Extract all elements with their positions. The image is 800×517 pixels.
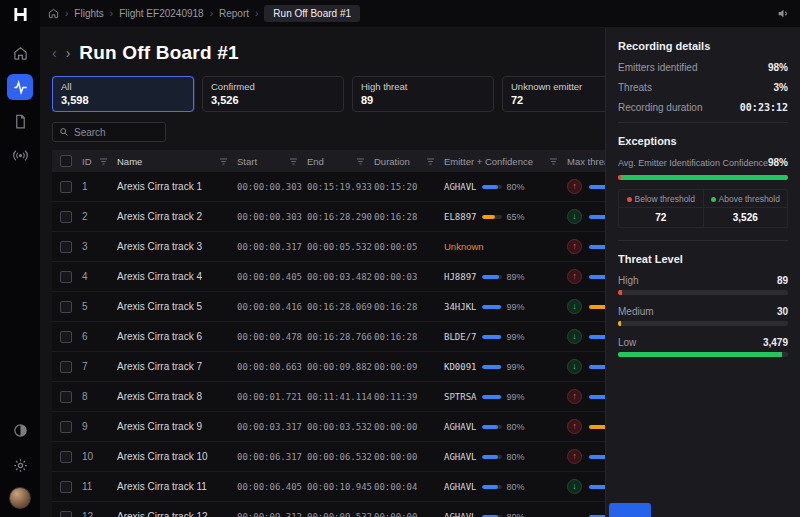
row-id: 12 bbox=[82, 511, 117, 517]
sidebar bbox=[0, 0, 40, 517]
row-checkbox[interactable] bbox=[60, 451, 72, 463]
stat-label: Emitters identified bbox=[618, 62, 697, 73]
table-row[interactable]: 4Arexis Cirra track 400:00:00.40500:00:0… bbox=[52, 262, 605, 292]
panel-action-button[interactable] bbox=[609, 503, 651, 517]
filter-card-confirmed[interactable]: Confirmed 3,526 bbox=[202, 76, 344, 112]
sidebar-item-documents[interactable] bbox=[7, 108, 33, 134]
confidence-value: 80% bbox=[507, 182, 525, 192]
row-emitter-confidence: AGHAVL80% bbox=[444, 512, 567, 517]
confidence-value: 65% bbox=[507, 212, 525, 222]
row-checkbox[interactable] bbox=[60, 271, 72, 283]
max-threat-bar bbox=[589, 455, 605, 459]
row-start: 00:00:00.303 bbox=[237, 212, 307, 222]
nav-forward-button[interactable]: › bbox=[66, 46, 71, 60]
contrast-icon bbox=[13, 423, 28, 438]
settings-button[interactable] bbox=[7, 452, 33, 478]
nav-back-button[interactable]: ‹ bbox=[52, 46, 57, 60]
search-input[interactable] bbox=[74, 127, 154, 138]
theme-toggle[interactable] bbox=[7, 417, 33, 443]
column-header-duration[interactable]: Duration bbox=[374, 156, 444, 167]
row-checkbox[interactable] bbox=[60, 331, 72, 343]
breadcrumb-item[interactable]: Flights bbox=[74, 8, 103, 19]
table-row[interactable]: 3Arexis Cirra track 300:00:00.31700:00:0… bbox=[52, 232, 605, 262]
column-header-max-threat[interactable]: Max threat + bbox=[567, 156, 605, 167]
sidebar-item-home[interactable] bbox=[7, 40, 33, 66]
column-header-emitter[interactable]: Emitter + Confidence bbox=[444, 156, 567, 167]
app-logo[interactable] bbox=[0, 0, 40, 28]
row-start: 00:00:00.663 bbox=[237, 362, 307, 372]
filter-icon[interactable] bbox=[356, 157, 365, 166]
table-row[interactable]: 11Arexis Cirra track 1100:00:06.40500:00… bbox=[52, 472, 605, 502]
table-row[interactable]: 5Arexis Cirra track 500:00:00.41600:16:2… bbox=[52, 292, 605, 322]
row-checkbox[interactable] bbox=[60, 181, 72, 193]
row-checkbox[interactable] bbox=[60, 511, 72, 517]
column-header-end[interactable]: End bbox=[307, 156, 374, 167]
filter-icon[interactable] bbox=[549, 157, 558, 166]
table-row[interactable]: 6Arexis Cirra track 600:00:00.47800:16:2… bbox=[52, 322, 605, 352]
emitter-code: 34HJKL bbox=[444, 302, 477, 312]
threat-value: 3,479 bbox=[763, 337, 788, 348]
table-row[interactable]: 9Arexis Cirra track 900:00:03.31700:00:0… bbox=[52, 412, 605, 442]
row-checkbox[interactable] bbox=[60, 421, 72, 433]
row-duration: 00:00:04 bbox=[374, 482, 444, 492]
row-max-threat: ↑ bbox=[567, 239, 605, 254]
filter-icon[interactable] bbox=[219, 157, 228, 166]
breadcrumb-item[interactable]: Flight EF20240918 bbox=[119, 8, 204, 19]
sidebar-item-signals[interactable] bbox=[7, 74, 33, 100]
max-threat-bar bbox=[589, 335, 605, 339]
column-header-id[interactable]: ID bbox=[82, 156, 117, 167]
threat-bar-high bbox=[618, 290, 622, 295]
row-checkbox[interactable] bbox=[60, 241, 72, 253]
volume-icon[interactable] bbox=[777, 7, 790, 20]
sidebar-item-broadcast[interactable] bbox=[7, 142, 33, 168]
panel-divider bbox=[618, 122, 788, 123]
filter-label: All bbox=[61, 81, 185, 92]
user-avatar[interactable] bbox=[9, 487, 31, 509]
max-threat-bar bbox=[589, 245, 605, 249]
table-row[interactable]: 8Arexis Cirra track 800:00:01.72100:11:4… bbox=[52, 382, 605, 412]
row-checkbox[interactable] bbox=[60, 361, 72, 373]
breadcrumb-item[interactable]: Report bbox=[219, 8, 249, 19]
filter-icon[interactable] bbox=[99, 157, 108, 166]
red-dot-icon bbox=[627, 197, 632, 202]
breadcrumb-home-icon[interactable] bbox=[48, 8, 59, 19]
filter-icon[interactable] bbox=[426, 157, 435, 166]
max-threat-bar bbox=[589, 185, 605, 189]
filter-icon[interactable] bbox=[289, 157, 298, 166]
row-checkbox[interactable] bbox=[60, 481, 72, 493]
breadcrumb-separator: › bbox=[65, 8, 68, 19]
row-checkbox[interactable] bbox=[60, 391, 72, 403]
table-row[interactable]: 10Arexis Cirra track 1000:00:06.31700:00… bbox=[52, 442, 605, 472]
confidence-bar bbox=[482, 335, 502, 339]
emitter-code: AGHAVL bbox=[444, 482, 477, 492]
max-threat-bar bbox=[589, 215, 605, 219]
row-duration: 00:11:39 bbox=[374, 392, 444, 402]
tab-run-off-board[interactable]: Run Off Board #1 bbox=[264, 5, 360, 22]
table-row[interactable]: 1Arexis Cirra track 100:00:00.30300:15:1… bbox=[52, 172, 605, 202]
table-row[interactable]: 12Arexis Cirra track 1200:00:09.31200:00… bbox=[52, 502, 605, 517]
filter-card-all[interactable]: All 3,598 bbox=[52, 76, 194, 112]
column-header-start[interactable]: Start bbox=[237, 156, 307, 167]
row-name: Arexis Cirra track 8 bbox=[117, 391, 237, 402]
select-all-checkbox[interactable] bbox=[60, 155, 72, 167]
filter-card-high-threat[interactable]: High threat 89 bbox=[352, 76, 494, 112]
search-box[interactable] bbox=[52, 122, 166, 142]
row-select-cell bbox=[52, 271, 82, 283]
row-start: 00:00:06.317 bbox=[237, 452, 307, 462]
stat-threats: Threats 3% bbox=[618, 82, 788, 93]
table-row[interactable]: 7Arexis Cirra track 700:00:00.66300:00:0… bbox=[52, 352, 605, 382]
max-threat-bar bbox=[589, 275, 605, 279]
filter-card-unknown-emitter[interactable]: Unknown emitter 72 bbox=[502, 76, 605, 112]
row-emitter-confidence: KD009199% bbox=[444, 362, 567, 372]
row-select-cell bbox=[52, 481, 82, 493]
row-checkbox[interactable] bbox=[60, 211, 72, 223]
legend-below-threshold: Below threshold 72 bbox=[619, 190, 703, 227]
row-end: 00:00:09.532 bbox=[307, 512, 374, 517]
filter-count: 3,526 bbox=[211, 94, 335, 106]
table-row[interactable]: 2Arexis Cirra track 200:00:00.30300:16:2… bbox=[52, 202, 605, 232]
column-header-name[interactable]: Name bbox=[117, 156, 237, 167]
row-select-cell bbox=[52, 511, 82, 517]
waveform-icon bbox=[13, 80, 28, 95]
row-checkbox[interactable] bbox=[60, 301, 72, 313]
threat-value: 89 bbox=[777, 275, 788, 286]
